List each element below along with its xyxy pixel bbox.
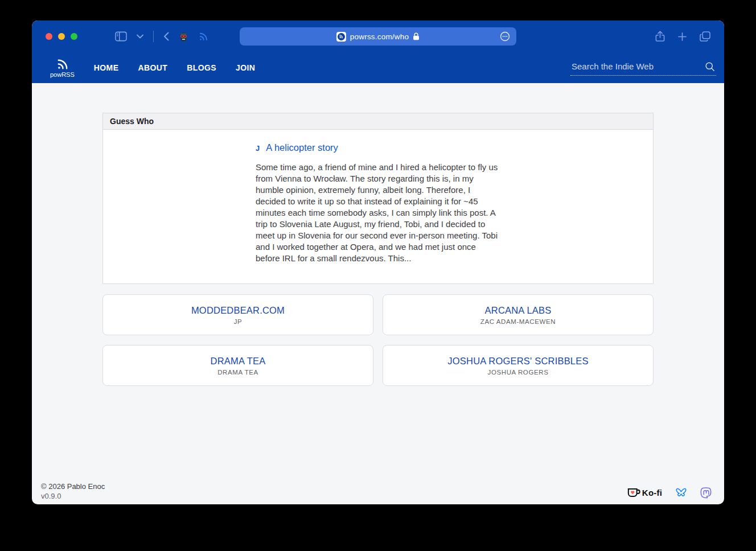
kofi-cup-icon xyxy=(627,487,641,498)
rss-reader-icon[interactable] xyxy=(198,31,208,42)
safari-window: powrss.com/who xyxy=(32,20,724,504)
blog-title[interactable]: JOSHUA ROGERS' SCRIBBLES xyxy=(447,356,588,367)
zoom-window-button[interactable] xyxy=(71,33,77,40)
close-window-button[interactable] xyxy=(46,33,52,40)
brand-logo[interactable]: powRSS xyxy=(50,57,75,78)
blog-title[interactable]: MODDEDBEAR.COM xyxy=(191,305,285,316)
browser-toolbar: powrss.com/who xyxy=(32,20,724,52)
page-settings-icon[interactable] xyxy=(499,31,511,42)
traffic-lights xyxy=(46,33,77,40)
toolbar-divider xyxy=(153,31,154,42)
address-bar[interactable]: powrss.com/who xyxy=(240,27,516,46)
guess-who-panel: Guess Who J A helicopter story Some time… xyxy=(102,113,654,284)
blog-card-grid: MODDEDBEAR.COM JP ARCANA LABS ZAC ADAM-M… xyxy=(102,294,654,386)
search-icon[interactable] xyxy=(705,61,715,72)
blog-title[interactable]: ARCANA LABS xyxy=(485,305,552,316)
search-input[interactable] xyxy=(572,61,705,71)
tab-overview-icon[interactable] xyxy=(700,31,710,42)
blog-author: JOSHUA ROGERS xyxy=(488,369,549,376)
blog-card-arcana-labs[interactable]: ARCANA LABS ZAC ADAM-MACEWEN xyxy=(383,294,654,335)
panel-title: Guess Who xyxy=(103,113,653,130)
panel-body: J A helicopter story Some time ago, a fr… xyxy=(103,130,653,283)
blog-card-drama-tea[interactable]: DRAMA TEA DRAMA TEA xyxy=(102,345,373,386)
blog-card-moddedbear[interactable]: MODDEDBEAR.COM JP xyxy=(102,294,373,335)
kofi-label: Ko-fi xyxy=(642,488,662,497)
post-title-link[interactable]: A helicopter story xyxy=(266,142,338,153)
desktop-background: powrss.com/who xyxy=(0,0,756,551)
new-tab-icon[interactable] xyxy=(677,32,687,42)
sidebar-toggle-icon[interactable] xyxy=(115,31,127,42)
nav-item-about[interactable]: ABOUT xyxy=(138,63,167,72)
minimize-window-button[interactable] xyxy=(58,33,65,40)
site-favicon-rss-icon xyxy=(336,32,346,42)
page-footer: © 2026 Pablo Enoc v0.9.0 Ko-fi xyxy=(41,482,712,501)
featured-post: J A helicopter story Some time ago, a fr… xyxy=(256,142,500,264)
version-text: v0.9.0 xyxy=(41,491,105,501)
site-navbar: powRSS HOME ABOUT BLOGS JOIN xyxy=(32,52,724,83)
post-favicon-placeholder: J xyxy=(256,144,260,153)
page-content: Guess Who J A helicopter story Some time… xyxy=(32,83,724,504)
back-button-icon[interactable] xyxy=(163,32,169,41)
copyright-text: © 2026 Pablo Enoc xyxy=(41,482,105,491)
search-box xyxy=(570,60,716,76)
nav-item-blogs[interactable]: BLOGS xyxy=(187,63,216,72)
kofi-link[interactable]: Ko-fi xyxy=(627,487,662,498)
chevron-down-icon[interactable] xyxy=(137,34,143,39)
nav-item-home[interactable]: HOME xyxy=(94,63,119,72)
rss-logo-icon xyxy=(56,57,69,71)
blog-author: DRAMA TEA xyxy=(217,369,258,376)
post-excerpt: Some time ago, a friend of mine and I hi… xyxy=(256,162,500,264)
nav-item-join[interactable]: JOIN xyxy=(236,63,255,72)
blog-card-joshua-rogers[interactable]: JOSHUA ROGERS' SCRIBBLES JOSHUA ROGERS xyxy=(383,345,654,386)
brand-name: powRSS xyxy=(50,71,75,78)
url-text: powrss.com/who xyxy=(350,32,409,41)
blog-author: JP xyxy=(234,318,243,325)
mastodon-icon[interactable] xyxy=(700,487,712,499)
bluesky-butterfly-icon[interactable] xyxy=(675,487,688,499)
nav-links: HOME ABOUT BLOGS JOIN xyxy=(94,63,255,72)
disguise-extension-icon[interactable] xyxy=(179,32,188,42)
share-icon[interactable] xyxy=(655,31,665,42)
blog-author: ZAC ADAM-MACEWEN xyxy=(480,318,556,325)
lock-icon xyxy=(413,32,420,40)
blog-title[interactable]: DRAMA TEA xyxy=(211,356,266,367)
